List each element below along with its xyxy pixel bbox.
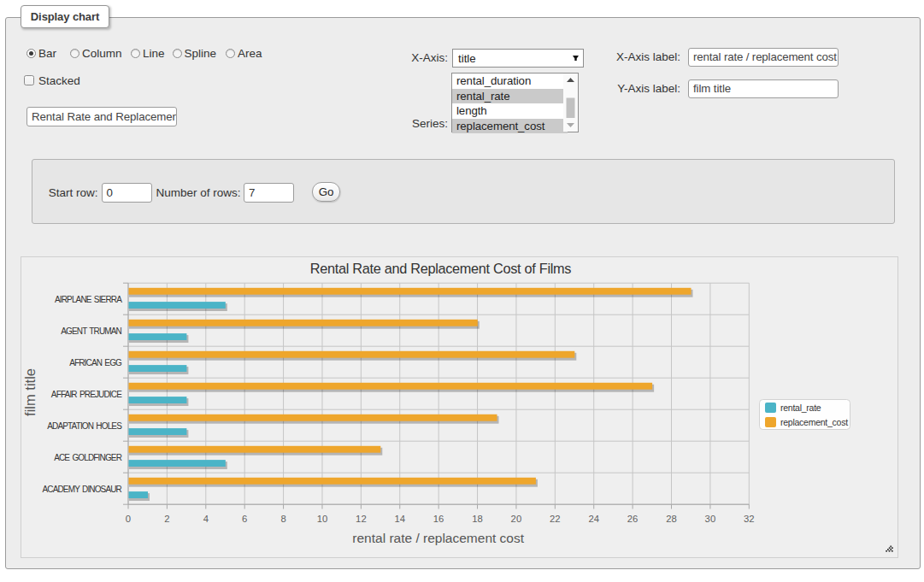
svg-text:20: 20 (511, 514, 522, 524)
svg-text:0: 0 (126, 514, 131, 524)
svg-text:4: 4 (203, 514, 209, 524)
svg-text:28: 28 (666, 514, 677, 524)
svg-text:rental rate / replacement cost: rental rate / replacement cost (352, 531, 524, 545)
svg-text:18: 18 (472, 514, 483, 524)
svg-text:24: 24 (588, 514, 599, 524)
svg-text:Rental Rate and Replacement Co: Rental Rate and Replacement Cost of Film… (310, 261, 571, 276)
svg-text:2: 2 (164, 514, 169, 524)
svg-text:ACE GOLDFINGER: ACE GOLDFINGER (54, 453, 121, 462)
svg-text:film title: film title (22, 368, 38, 416)
svg-text:ACADEMY DINOSAUR: ACADEMY DINOSAUR (42, 485, 121, 494)
svg-text:22: 22 (550, 514, 561, 524)
svg-text:26: 26 (627, 514, 639, 524)
svg-text:32: 32 (744, 514, 755, 524)
svg-text:8: 8 (280, 514, 285, 524)
svg-text:rental_rate: rental_rate (780, 403, 821, 413)
svg-text:16: 16 (433, 514, 444, 524)
svg-text:replacement_cost: replacement_cost (780, 417, 848, 427)
svg-text:12: 12 (356, 514, 367, 524)
svg-text:6: 6 (242, 514, 247, 524)
svg-text:AIRPLANE SIERRA: AIRPLANE SIERRA (55, 295, 122, 304)
svg-text:10: 10 (317, 514, 328, 524)
svg-text:14: 14 (395, 514, 406, 524)
svg-text:ADAPTATION HOLES: ADAPTATION HOLES (47, 421, 122, 431)
svg-text:30: 30 (705, 514, 716, 524)
svg-text:AGENT TRUMAN: AGENT TRUMAN (61, 326, 121, 336)
svg-text:AFFAIR PREJUDICE: AFFAIR PREJUDICE (51, 390, 122, 399)
svg-text:AFRICAN EGG: AFRICAN EGG (69, 358, 122, 367)
